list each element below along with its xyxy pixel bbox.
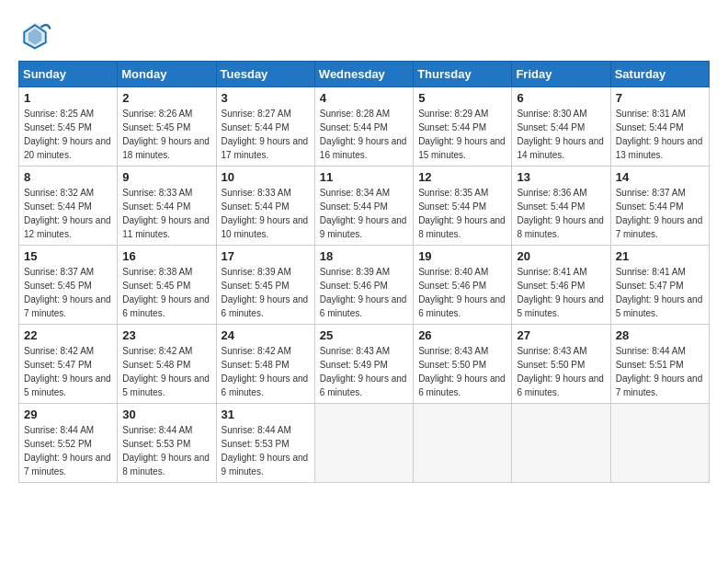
- logo: [18, 18, 57, 52]
- calendar-day-cell: [414, 404, 512, 483]
- day-info: Sunrise: 8:32 AMSunset: 5:44 PMDaylight:…: [24, 186, 112, 241]
- day-number: 5: [418, 91, 506, 105]
- day-info: Sunrise: 8:27 AMSunset: 5:44 PMDaylight:…: [222, 107, 310, 162]
- day-info: Sunrise: 8:44 AMSunset: 5:53 PMDaylight:…: [222, 423, 310, 478]
- weekday-header: Saturday: [610, 62, 709, 87]
- weekday-header: Monday: [118, 62, 216, 87]
- calendar-day-cell: 18Sunrise: 8:39 AMSunset: 5:46 PMDayligh…: [314, 246, 413, 325]
- day-info: Sunrise: 8:40 AMSunset: 5:46 PMDaylight:…: [418, 265, 506, 320]
- day-number: 1: [24, 91, 112, 105]
- day-info: Sunrise: 8:44 AMSunset: 5:51 PMDaylight:…: [616, 344, 704, 399]
- day-info: Sunrise: 8:28 AMSunset: 5:44 PMDaylight:…: [320, 107, 408, 162]
- day-number: 16: [122, 249, 210, 263]
- calendar-day-cell: 26Sunrise: 8:43 AMSunset: 5:50 PMDayligh…: [414, 325, 512, 404]
- day-info: Sunrise: 8:42 AMSunset: 5:48 PMDaylight:…: [122, 344, 210, 399]
- calendar-day-cell: 12Sunrise: 8:35 AMSunset: 5:44 PMDayligh…: [414, 167, 512, 246]
- day-number: 15: [24, 249, 112, 263]
- calendar-day-cell: 23Sunrise: 8:42 AMSunset: 5:48 PMDayligh…: [118, 325, 216, 404]
- day-number: 25: [320, 328, 408, 342]
- weekday-header-row: SundayMondayTuesdayWednesdayThursdayFrid…: [19, 62, 710, 87]
- calendar-day-cell: 13Sunrise: 8:36 AMSunset: 5:44 PMDayligh…: [512, 167, 610, 246]
- day-number: 20: [517, 249, 605, 263]
- day-info: Sunrise: 8:30 AMSunset: 5:44 PMDaylight:…: [517, 107, 605, 162]
- calendar-day-cell: 20Sunrise: 8:41 AMSunset: 5:46 PMDayligh…: [512, 246, 610, 325]
- calendar-day-cell: 3Sunrise: 8:27 AMSunset: 5:44 PMDaylight…: [216, 87, 314, 167]
- calendar-day-cell: 10Sunrise: 8:33 AMSunset: 5:44 PMDayligh…: [216, 167, 314, 246]
- calendar-day-cell: 17Sunrise: 8:39 AMSunset: 5:45 PMDayligh…: [216, 246, 314, 325]
- weekday-header: Friday: [512, 62, 610, 87]
- day-info: Sunrise: 8:39 AMSunset: 5:45 PMDaylight:…: [222, 265, 310, 320]
- day-number: 4: [320, 91, 408, 105]
- calendar-day-cell: 11Sunrise: 8:34 AMSunset: 5:44 PMDayligh…: [314, 167, 413, 246]
- day-info: Sunrise: 8:43 AMSunset: 5:50 PMDaylight:…: [418, 344, 506, 399]
- calendar-day-cell: 6Sunrise: 8:30 AMSunset: 5:44 PMDaylight…: [512, 87, 610, 167]
- day-number: 24: [222, 328, 310, 342]
- day-info: Sunrise: 8:44 AMSunset: 5:53 PMDaylight:…: [122, 423, 210, 478]
- day-info: Sunrise: 8:41 AMSunset: 5:47 PMDaylight:…: [616, 265, 704, 320]
- day-number: 10: [222, 170, 310, 184]
- day-number: 28: [616, 328, 704, 342]
- weekday-header: Wednesday: [314, 62, 413, 87]
- day-info: Sunrise: 8:44 AMSunset: 5:52 PMDaylight:…: [24, 423, 112, 478]
- day-info: Sunrise: 8:39 AMSunset: 5:46 PMDaylight:…: [320, 265, 408, 320]
- day-number: 7: [616, 91, 704, 105]
- calendar-week-row: 22Sunrise: 8:42 AMSunset: 5:47 PMDayligh…: [19, 325, 710, 404]
- calendar-day-cell: 14Sunrise: 8:37 AMSunset: 5:44 PMDayligh…: [610, 167, 709, 246]
- calendar-day-cell: 2Sunrise: 8:26 AMSunset: 5:45 PMDaylight…: [118, 87, 216, 167]
- calendar-week-row: 1Sunrise: 8:25 AMSunset: 5:45 PMDaylight…: [19, 87, 710, 167]
- calendar-day-cell: 19Sunrise: 8:40 AMSunset: 5:46 PMDayligh…: [414, 246, 512, 325]
- logo-icon: [18, 18, 51, 52]
- day-info: Sunrise: 8:42 AMSunset: 5:48 PMDaylight:…: [222, 344, 310, 399]
- weekday-header: Sunday: [19, 62, 118, 87]
- calendar-week-row: 29Sunrise: 8:44 AMSunset: 5:52 PMDayligh…: [19, 404, 710, 483]
- day-info: Sunrise: 8:42 AMSunset: 5:47 PMDaylight:…: [24, 344, 112, 399]
- day-number: 31: [222, 408, 310, 421]
- calendar-day-cell: 29Sunrise: 8:44 AMSunset: 5:52 PMDayligh…: [19, 404, 118, 483]
- calendar-table: SundayMondayTuesdayWednesdayThursdayFrid…: [18, 61, 710, 483]
- day-info: Sunrise: 8:41 AMSunset: 5:46 PMDaylight:…: [517, 265, 605, 320]
- day-info: Sunrise: 8:36 AMSunset: 5:44 PMDaylight:…: [517, 186, 605, 241]
- day-info: Sunrise: 8:31 AMSunset: 5:44 PMDaylight:…: [616, 107, 704, 162]
- day-info: Sunrise: 8:43 AMSunset: 5:50 PMDaylight:…: [517, 344, 605, 399]
- calendar-day-cell: 9Sunrise: 8:33 AMSunset: 5:44 PMDaylight…: [118, 167, 216, 246]
- day-info: Sunrise: 8:43 AMSunset: 5:49 PMDaylight:…: [320, 344, 408, 399]
- calendar-day-cell: 1Sunrise: 8:25 AMSunset: 5:45 PMDaylight…: [19, 87, 118, 167]
- day-number: 3: [222, 91, 310, 105]
- calendar-day-cell: 31Sunrise: 8:44 AMSunset: 5:53 PMDayligh…: [216, 404, 314, 483]
- calendar-day-cell: [314, 404, 413, 483]
- calendar-day-cell: 5Sunrise: 8:29 AMSunset: 5:44 PMDaylight…: [414, 87, 512, 167]
- day-info: Sunrise: 8:29 AMSunset: 5:44 PMDaylight:…: [418, 107, 506, 162]
- day-number: 8: [24, 170, 112, 184]
- day-number: 19: [418, 249, 506, 263]
- calendar-day-cell: 28Sunrise: 8:44 AMSunset: 5:51 PMDayligh…: [610, 325, 709, 404]
- day-number: 9: [122, 170, 210, 184]
- day-number: 23: [122, 328, 210, 342]
- day-number: 2: [122, 91, 210, 105]
- calendar-day-cell: 30Sunrise: 8:44 AMSunset: 5:53 PMDayligh…: [118, 404, 216, 483]
- day-number: 26: [418, 328, 506, 342]
- weekday-header: Thursday: [414, 62, 512, 87]
- day-number: 27: [517, 328, 605, 342]
- calendar-week-row: 15Sunrise: 8:37 AMSunset: 5:45 PMDayligh…: [19, 246, 710, 325]
- day-number: 6: [517, 91, 605, 105]
- day-number: 13: [517, 170, 605, 184]
- day-info: Sunrise: 8:33 AMSunset: 5:44 PMDaylight:…: [122, 186, 210, 241]
- calendar-day-cell: [512, 404, 610, 483]
- calendar-day-cell: 8Sunrise: 8:32 AMSunset: 5:44 PMDaylight…: [19, 167, 118, 246]
- day-number: 29: [24, 408, 112, 421]
- day-info: Sunrise: 8:26 AMSunset: 5:45 PMDaylight:…: [122, 107, 210, 162]
- calendar-day-cell: 16Sunrise: 8:38 AMSunset: 5:45 PMDayligh…: [118, 246, 216, 325]
- calendar-day-cell: 24Sunrise: 8:42 AMSunset: 5:48 PMDayligh…: [216, 325, 314, 404]
- day-info: Sunrise: 8:37 AMSunset: 5:45 PMDaylight:…: [24, 265, 112, 320]
- calendar-day-cell: 25Sunrise: 8:43 AMSunset: 5:49 PMDayligh…: [314, 325, 413, 404]
- day-info: Sunrise: 8:38 AMSunset: 5:45 PMDaylight:…: [122, 265, 210, 320]
- day-number: 21: [616, 249, 704, 263]
- calendar-week-row: 8Sunrise: 8:32 AMSunset: 5:44 PMDaylight…: [19, 167, 710, 246]
- day-info: Sunrise: 8:37 AMSunset: 5:44 PMDaylight:…: [616, 186, 704, 241]
- calendar-day-cell: 21Sunrise: 8:41 AMSunset: 5:47 PMDayligh…: [610, 246, 709, 325]
- day-number: 12: [418, 170, 506, 184]
- day-info: Sunrise: 8:33 AMSunset: 5:44 PMDaylight:…: [222, 186, 310, 241]
- calendar-body: 1Sunrise: 8:25 AMSunset: 5:45 PMDaylight…: [19, 87, 710, 483]
- calendar-day-cell: 27Sunrise: 8:43 AMSunset: 5:50 PMDayligh…: [512, 325, 610, 404]
- day-number: 17: [222, 249, 310, 263]
